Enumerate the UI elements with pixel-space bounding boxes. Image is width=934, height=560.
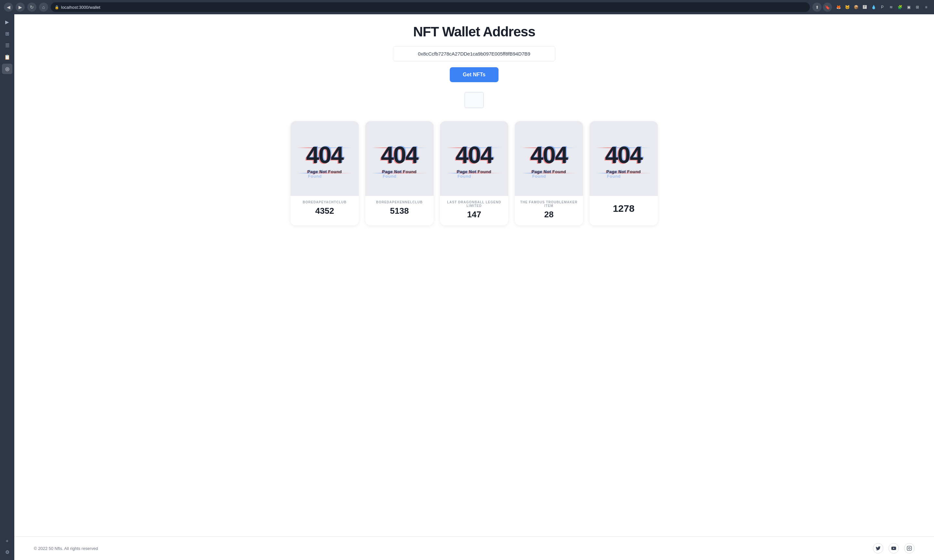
sidebar: ▶ ⊞ ☰ 📋 ◎ + ⚙ [0,14,14,560]
page-footer: © 2022 50 Nfts. All rights reserved [14,536,934,560]
page-content: NFT Wallet Address Get NFTs 404 Page No [14,14,934,560]
ext-icon-2[interactable]: 🐱 [843,3,851,11]
nft-404-container-4: 404 Page Not Found [515,121,583,196]
bookmark-button[interactable]: 🔖 [823,3,832,12]
nft-404-text-4: 404 [530,143,567,167]
nft-card-image-5: 404 Page Not Found [590,121,658,196]
sidebar-item-book[interactable]: 📋 [2,52,12,62]
nft-404-container-1: 404 Page Not Found [291,121,359,196]
address-bar[interactable]: 🔒 localhost:3000/wallet [51,2,810,12]
nft-card-info-1: BOREDAPEYACHTCLUB 4352 [291,196,359,222]
nft-collection-name-4: THE FAMOUS TROUBLEMAKER ITEM [520,200,578,208]
grid-icon: ⊞ [5,31,9,37]
nft-card-info-4: THE FAMOUS TROUBLEMAKER ITEM 28 [515,196,583,225]
sidebar-item-grid[interactable]: ⊞ [2,29,12,39]
settings-icon: ⚙ [5,549,9,555]
ext-icon-10[interactable]: ⊞ [914,3,921,11]
sidebar-item-add[interactable]: + [2,535,12,546]
nft-404-text-5: 404 [605,143,642,167]
nft-page-not-found-1: Page Not Found [307,169,342,174]
nft-404-text-1: 404 [306,143,343,167]
get-nfts-button[interactable]: Get NFTs [450,67,498,82]
nft-grid: 404 Page Not Found BOREDAPEYACHTCLUB 435… [14,115,934,238]
nft-token-id-1: 4352 [315,206,334,216]
url-display: localhost:3000/wallet [61,5,100,10]
ext-icon-8[interactable]: 🧩 [896,3,904,11]
page-title: NFT Wallet Address [413,24,535,40]
wallet-address-wrapper [393,46,555,62]
nft-token-id-4: 28 [544,209,554,220]
ext-icon-9[interactable]: ▣ [905,3,912,11]
nft-collection-name-1: BOREDAPEYACHTCLUB [303,200,347,204]
youtube-icon[interactable] [888,543,899,554]
nft-404-container-3: 404 Page Not Found [440,121,508,196]
svg-rect-0 [907,546,911,550]
nft-404-container-5: 404 Page Not Found [590,121,658,196]
nft-card-4[interactable]: 404 Page Not Found THE FAMOUS TROUBLEMAK… [515,121,583,225]
nft-collection-name-2: BOREDAPEKENNELCLUB [376,200,423,204]
browser-toolbar: ◀ ▶ ↻ ⌂ 🔒 localhost:3000/wallet ⬆ 🔖 🦊 🐱 … [0,0,934,14]
header-section: NFT Wallet Address Get NFTs [14,14,934,89]
wallet-address-input[interactable] [393,46,555,62]
nft-card-info-2: BOREDAPEKENNELCLUB 5138 [365,196,433,222]
nft-page-not-found-5: Page Not Found [606,169,641,174]
add-icon: + [6,538,9,543]
browser-frame: ◀ ▶ ↻ ⌂ 🔒 localhost:3000/wallet ⬆ 🔖 🦊 🐱 … [0,0,934,560]
footer-social [873,543,914,554]
nft-token-id-2: 5138 [390,206,409,216]
nft-page-not-found-2: Page Not Found [382,169,417,174]
nft-404-container-2: 404 Page Not Found [365,121,433,196]
menu-icon[interactable]: ≡ [922,3,930,11]
nft-token-id-5: 1278 [613,203,635,214]
nft-card-5[interactable]: 404 Page Not Found 1278 [590,121,658,225]
lock-icon: 🔒 [55,5,59,9]
ext-icon-1[interactable]: 🦊 [835,3,842,11]
nft-card-image-1: 404 Page Not Found [291,121,359,196]
back-button[interactable]: ◀ [4,3,13,12]
forward-button[interactable]: ▶ [15,3,25,12]
nft-card-image-3: 404 Page Not Found [440,121,508,196]
nft-404-text-3: 404 [456,143,493,167]
nft-collection-name-3: LAST DRAGONBALL LEGEND LIMITED [445,200,503,208]
nft-card-3[interactable]: 404 Page Not Found LAST DRAGONBALL LEGEN… [440,121,508,225]
refresh-button[interactable]: ↻ [27,3,36,12]
sidebar-item-radio[interactable]: ◎ [2,64,12,74]
nft-card-1[interactable]: 404 Page Not Found BOREDAPEYACHTCLUB 435… [291,121,359,225]
video-icon: ▶ [5,19,9,25]
nft-card-info-5: 1278 [590,196,658,220]
instagram-icon[interactable] [904,543,914,554]
loading-area [14,89,934,115]
sidebar-item-video[interactable]: ▶ [2,17,12,27]
nft-page-not-found-4: Page Not Found [532,169,566,174]
ext-icon-5[interactable]: 💧 [870,3,877,11]
ext-icon-4[interactable]: 🅿 [861,3,869,11]
nft-page-not-found-3: Page Not Found [457,169,492,174]
home-button[interactable]: ⌂ [39,3,48,12]
loading-box [464,92,484,108]
ext-icon-6[interactable]: P [879,3,886,11]
sidebar-bottom: ⚙ [2,547,12,557]
radio-icon: ◎ [5,66,9,72]
nft-card-image-4: 404 Page Not Found [515,121,583,196]
twitter-icon[interactable] [873,543,883,554]
footer-copyright: © 2022 50 Nfts. All rights reserved [34,546,98,551]
ext-icon-3[interactable]: 📦 [852,3,860,11]
nft-404-text-2: 404 [381,143,418,167]
nft-card-2[interactable]: 404 Page Not Found BOREDAPEKENNELCLUB 51… [365,121,433,225]
browser-actions: ⬆ 🔖 [812,3,832,12]
sidebar-item-settings[interactable]: ⚙ [2,547,12,557]
nft-card-image-2: 404 Page Not Found [365,121,433,196]
sidebar-item-list[interactable]: ☰ [2,40,12,51]
extension-icons: 🦊 🐱 📦 🅿 💧 P ≋ 🧩 ▣ ⊞ ≡ [835,3,930,11]
share-button[interactable]: ⬆ [812,3,821,12]
nft-token-id-3: 147 [467,209,481,220]
list-icon: ☰ [5,43,9,48]
nft-card-info-3: LAST DRAGONBALL LEGEND LIMITED 147 [440,196,508,225]
book-icon: 📋 [4,54,11,60]
ext-icon-7[interactable]: ≋ [887,3,895,11]
main-layout: ▶ ⊞ ☰ 📋 ◎ + ⚙ [0,14,934,560]
